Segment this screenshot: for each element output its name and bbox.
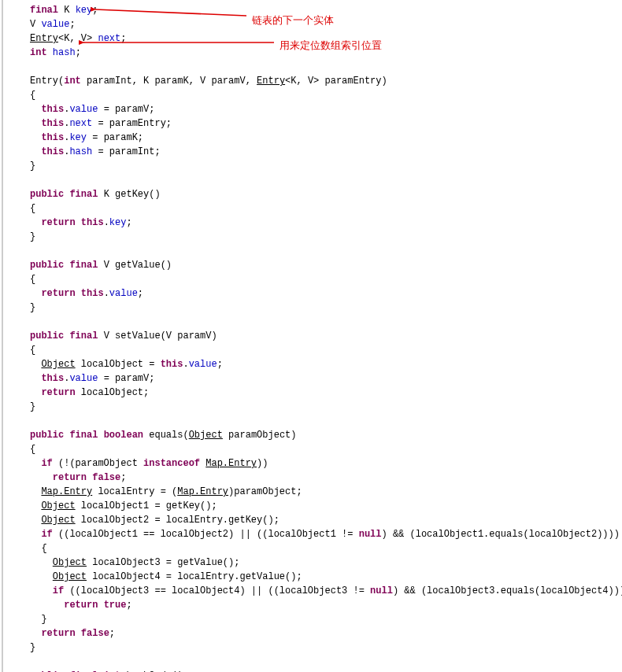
code-line: {: [8, 88, 622, 102]
code-line: }: [8, 230, 622, 244]
code-line: public final int hashCode(): [8, 669, 622, 672]
code-line: return this.value;: [8, 286, 622, 301]
code-line: return localObject;: [8, 386, 622, 400]
code-line: }: [8, 641, 622, 655]
code-line: [8, 244, 622, 258]
code-line: {: [8, 541, 622, 556]
code-line: Object localObject1 = getKey();: [8, 499, 622, 513]
annotation-hash-index: 用来定位数组索引位置: [280, 38, 382, 54]
code-line: if ((localObject3 == localObject4) || ((…: [8, 584, 622, 598]
code-line: [8, 655, 622, 669]
code-line: return true;: [8, 598, 622, 612]
code-line: }: [8, 301, 622, 315]
code-line: {: [8, 442, 622, 456]
code-line: if ((localObject1 == localObject2) || ((…: [8, 527, 622, 541]
code-line: Entry(int paramInt, K paramK, V paramV, …: [8, 74, 622, 88]
code-line: if (!(paramObject instanceof Map.Entry)): [8, 456, 622, 471]
code-line: [8, 173, 622, 187]
code-line: this.next = paramEntry;: [8, 116, 622, 131]
code-line: public final boolean equals(Object param…: [8, 428, 622, 442]
code-line: [8, 315, 622, 329]
code-line: }: [8, 400, 622, 414]
code-line: this.hash = paramInt;: [8, 145, 622, 159]
code-line: public final K getKey(): [8, 187, 622, 201]
code-line: public final V getValue(): [8, 258, 622, 272]
code-line: public final V setValue(V paramV): [8, 329, 622, 343]
code-block: final K key; V value; Entry<K, V> next; …: [2, 0, 622, 672]
code-line: {: [8, 201, 622, 216]
code-line: return false;: [8, 471, 622, 485]
arrow-to-key: [91, 5, 248, 22]
arrow-to-hash: [79, 38, 276, 47]
code-line: return false;: [8, 626, 622, 641]
code-line: {: [8, 272, 622, 286]
code-line: }: [8, 612, 622, 626]
code-line: this.key = paramK;: [8, 131, 622, 145]
code-line: Map.Entry localEntry = (Map.Entry)paramO…: [8, 485, 622, 499]
code-line: [8, 414, 622, 428]
code-line: this.value = paramV;: [8, 371, 622, 386]
svg-line-1: [95, 9, 246, 16]
code-line: Object localObject4 = localEntry.getValu…: [8, 570, 622, 584]
code-line: Object localObject = this.value;: [8, 357, 622, 371]
code-line: Object localObject3 = getValue();: [8, 556, 622, 570]
code-line: this.value = paramV;: [8, 102, 622, 116]
code-line: return this.key;: [8, 216, 622, 230]
code-line: [8, 60, 622, 74]
code-line: Object localObject2 = localEntry.getKey(…: [8, 513, 622, 527]
code-line: }: [8, 159, 622, 173]
annotation-linked-list: 链表的下一个实体: [252, 13, 334, 28]
code-line: {: [8, 343, 622, 357]
